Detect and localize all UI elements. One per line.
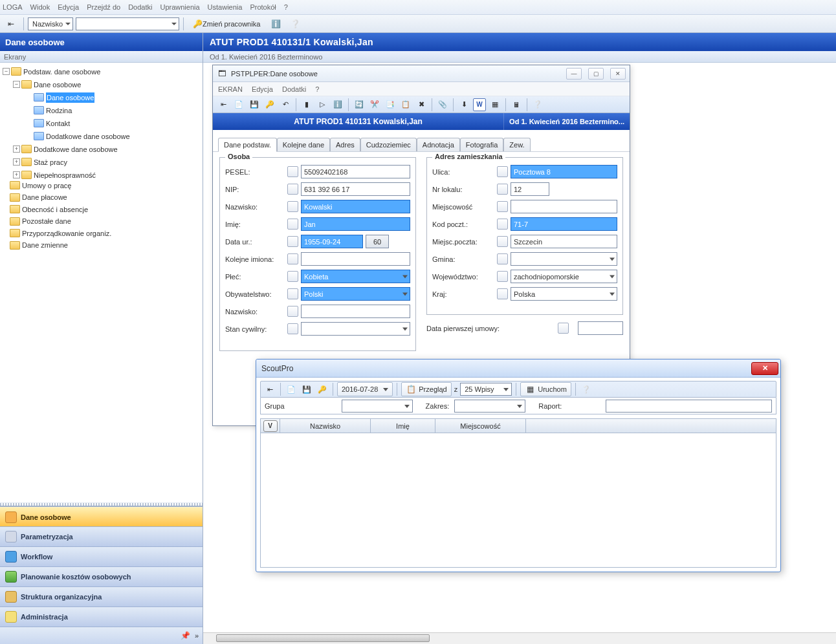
lookup-button[interactable] [287,166,298,177]
lookup-button[interactable] [287,323,298,334]
preview-button[interactable]: 📋 Przegląd [401,382,451,396]
info-icon[interactable]: ℹ️ [267,17,284,31]
help-icon[interactable]: ❔ [531,98,544,111]
key-icon[interactable]: 🔑 [316,383,329,396]
tree-item[interactable]: Kontakt [46,118,70,129]
tree-item[interactable]: Dodatkowe dane osobowe [46,131,130,142]
kraj-select[interactable]: Polska [511,287,617,301]
key-icon[interactable]: 🔑 [263,98,276,111]
tree[interactable]: − Podstaw. dane osobowe − Dane osobowe D… [0,63,203,502]
tree-item[interactable]: Rodzina [46,105,72,116]
cut-icon[interactable]: ✂️ [368,98,381,111]
lookup-button[interactable] [497,288,508,299]
expander-expand-icon[interactable]: + [13,158,20,166]
select-all-button[interactable]: V [263,420,278,432]
dataur-input[interactable]: 1955-09-24 [301,235,363,248]
menu-dodatki[interactable]: Dodatki [282,85,306,93]
minimize-button[interactable]: — [566,68,582,80]
titlebar[interactable]: 🗔 PSTPLPER:Dane osobowe — ▢ ✕ [213,65,630,82]
menu-protokol[interactable]: Protokół [250,3,276,11]
nav-struktura[interactable]: Struktura organizacyjna [0,587,203,607]
new-icon[interactable]: 📄 [232,98,245,111]
name-filter-input[interactable] [76,17,179,30]
change-employee-button[interactable]: 🔑 Zmień pracownika [188,17,265,31]
lookup-button[interactable] [497,219,508,230]
miejsc-poczta-input[interactable]: Szczecin [511,235,617,248]
stan-select[interactable] [301,322,410,336]
lookup-button[interactable] [558,323,569,334]
tree-item[interactable]: Dane osobowe [34,80,81,90]
pin-icon[interactable]: 📌 [181,630,191,641]
nazwisko-input[interactable]: Kowalski [301,200,410,213]
stop-icon[interactable]: ▮ [300,98,313,111]
menu-help[interactable]: ? [315,85,319,93]
nav-dane-osobowe[interactable]: Dane osobowe [0,507,203,527]
word-icon[interactable]: W [473,98,486,111]
tab-dane-podstaw[interactable]: Dane podstaw. [218,138,277,152]
menu-ekran[interactable]: EKRAN [218,85,243,93]
tree-item[interactable]: Pozostałe dane [22,216,71,226]
new-icon[interactable]: 📄 [285,383,298,396]
col-miejscowosc[interactable]: Miejscowość [435,419,526,433]
date-picker[interactable]: 2016-07-28 [337,382,393,396]
refresh-icon[interactable]: 🔄 [353,98,366,111]
first-contract-input[interactable] [578,321,623,335]
paste-icon[interactable]: 📋 [399,98,412,111]
copy-icon[interactable]: 📑 [384,98,397,111]
lookup-button[interactable] [287,201,298,212]
exit-icon[interactable]: ⇤ [3,17,19,31]
tab-fotografia[interactable]: Fotografia [460,138,504,151]
zakres-select[interactable] [454,400,525,413]
lookup-button[interactable] [287,236,298,247]
expander-collapse-icon[interactable]: − [3,68,10,75]
ulica-input[interactable]: Pocztowa 8 [511,165,617,178]
lookup-button[interactable] [497,184,508,195]
tab-cudzoziemiec[interactable]: Cudzoziemiec [360,138,417,151]
kod-input[interactable]: 71-7 [511,217,617,231]
name-filter-combo[interactable]: Nazwisko [28,17,73,30]
menu-ustaw[interactable]: Ustawienia [208,3,243,11]
col-imie[interactable]: Imię [371,419,435,433]
titlebar[interactable]: ScoutPro ✕ [256,360,780,378]
col-nazwisko[interactable]: Nazwisko [280,419,371,433]
tree-item[interactable]: Przyporządkowanie organiz. [22,228,111,239]
chevron-right-icon[interactable]: » [195,632,199,639]
close-button[interactable]: ✕ [751,362,778,375]
nav-planowanie[interactable]: Planowanie kosztów osobowych [0,567,203,587]
menu-dodatki[interactable]: Dodatki [128,3,152,11]
tree-item[interactable]: Obecność i absencje [22,204,88,215]
menu-widok[interactable]: Widok [30,3,50,11]
expander-expand-icon[interactable]: + [13,171,20,178]
lookup-button[interactable] [497,253,508,264]
window-menu[interactable]: EKRAN Edycja Dodatki ? [213,82,630,96]
tab-adres[interactable]: Adres [330,138,360,151]
excel-icon[interactable]: ▦ [489,98,501,111]
info-icon[interactable]: ℹ️ [331,98,344,111]
main-menu[interactable]: LOGA Widok Edycja Przejdź do Dodatki Upr… [0,0,836,15]
lookup-button[interactable] [497,201,508,212]
menu-edycja[interactable]: Edycja [252,85,273,93]
tree-item[interactable]: Podstaw. dane osobowe [23,67,100,77]
tree-item[interactable]: Niepełnosprawność [34,170,96,180]
tree-item[interactable]: Dodatkowe dane osobowe [34,144,118,155]
window-scoutpro[interactable]: ScoutPro ✕ ⇤ 📄 💾 🔑 2016-07-28 📋 Przegląd… [256,359,781,572]
nip-input[interactable]: 631 392 66 17 [301,182,410,196]
save-icon[interactable]: 💾 [300,383,313,396]
back-icon[interactable]: ⇤ [217,98,230,111]
menu-edycja[interactable]: Edycja [58,3,79,11]
lookup-button[interactable] [287,253,298,264]
tab-kolejne-dane[interactable]: Kolejne dane [277,138,330,151]
close-button[interactable]: ✕ [610,68,626,80]
horizontal-scrollbar[interactable] [203,632,836,644]
miejscowosc-input[interactable] [511,200,617,213]
tree-item[interactable]: Umowy o pracę [22,180,71,191]
nav-administracja[interactable]: Administracja [0,607,203,627]
undo-icon[interactable]: ↶ [279,98,292,111]
gmina-select[interactable] [511,252,617,266]
back-icon[interactable]: ⇤ [263,383,276,396]
help-icon[interactable]: ❔ [580,383,593,396]
lookup-button[interactable] [497,271,508,282]
export-icon[interactable]: ⬇ [457,98,470,111]
nav-parametryzacja[interactable]: Parametryzacja [0,527,203,547]
tree-item[interactable]: Staż pracy [34,157,67,167]
